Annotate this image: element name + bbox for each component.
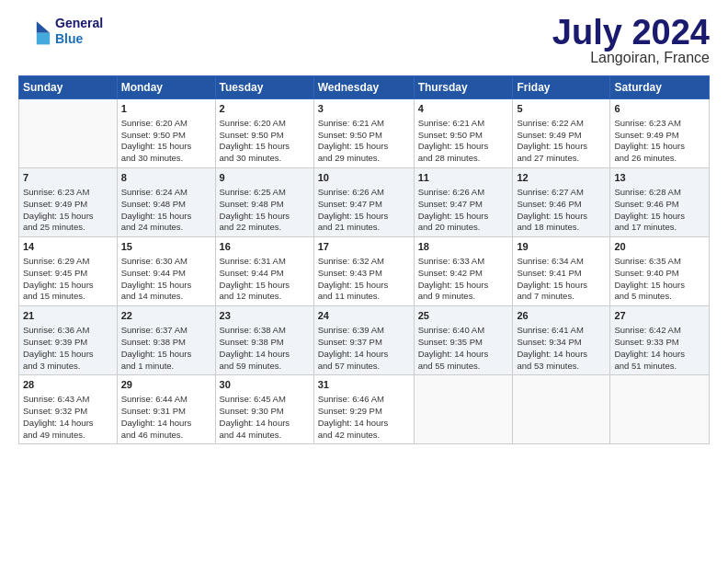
day-info-line: Sunrise: 6:23 AM — [23, 187, 113, 199]
calendar-cell: 26Sunrise: 6:41 AMSunset: 9:34 PMDayligh… — [513, 306, 610, 375]
day-info-line: Daylight: 15 hours — [614, 280, 705, 292]
day-info-line: Daylight: 15 hours — [517, 141, 606, 153]
day-info-line: and 11 minutes. — [318, 291, 410, 303]
day-info-line: and 44 minutes. — [220, 430, 310, 442]
day-info-line: and 51 minutes. — [614, 361, 705, 373]
day-info-line: Sunset: 9:38 PM — [121, 337, 211, 349]
day-info-line: Sunset: 9:46 PM — [517, 199, 606, 211]
day-number: 13 — [614, 171, 705, 185]
day-number: 4 — [418, 102, 509, 116]
day-info-line: Sunset: 9:34 PM — [517, 337, 606, 349]
weekday-header-saturday: Saturday — [610, 76, 710, 99]
day-info-line: and 25 minutes. — [23, 222, 113, 234]
day-info-line: and 18 minutes. — [517, 222, 606, 234]
day-info-line: Daylight: 14 hours — [614, 349, 705, 361]
calendar-cell: 15Sunrise: 6:30 AMSunset: 9:44 PMDayligh… — [117, 237, 215, 306]
logo-icon — [18, 15, 51, 48]
day-info-line: Sunrise: 6:20 AM — [121, 118, 211, 130]
day-info-line: Daylight: 15 hours — [318, 141, 410, 153]
day-info-line: Sunset: 9:32 PM — [23, 406, 113, 418]
calendar-cell: 20Sunrise: 6:35 AMSunset: 9:40 PMDayligh… — [610, 237, 710, 306]
day-info-line: and 53 minutes. — [517, 361, 606, 373]
day-info-line: Sunrise: 6:46 AM — [318, 394, 410, 406]
day-info-line: Sunrise: 6:24 AM — [121, 187, 211, 199]
svg-marker-0 — [37, 21, 50, 33]
weekday-header-thursday: Thursday — [414, 76, 513, 99]
svg-marker-1 — [37, 33, 50, 45]
calendar-cell: 25Sunrise: 6:40 AMSunset: 9:35 PMDayligh… — [414, 306, 513, 375]
day-info-line: and 14 minutes. — [121, 291, 211, 303]
day-number: 26 — [517, 309, 606, 323]
day-info-line: Daylight: 14 hours — [418, 349, 509, 361]
day-info-line: Daylight: 15 hours — [418, 141, 509, 153]
calendar-cell: 9Sunrise: 6:25 AMSunset: 9:48 PMDaylight… — [215, 168, 313, 237]
day-info-line: Daylight: 14 hours — [23, 418, 113, 430]
day-number: 15 — [121, 240, 211, 254]
day-info-line: Sunset: 9:48 PM — [121, 199, 211, 211]
day-info-line: Sunset: 9:29 PM — [318, 406, 410, 418]
day-info-line: Daylight: 15 hours — [220, 211, 310, 223]
day-info-line: Sunset: 9:41 PM — [517, 268, 606, 280]
day-info-line: Sunrise: 6:23 AM — [614, 118, 705, 130]
calendar-cell: 30Sunrise: 6:45 AMSunset: 9:30 PMDayligh… — [215, 375, 313, 444]
calendar-cell: 27Sunrise: 6:42 AMSunset: 9:33 PMDayligh… — [610, 306, 710, 375]
day-info-line: and 26 minutes. — [614, 153, 705, 165]
day-number: 12 — [517, 171, 606, 185]
day-info-line: Sunrise: 6:36 AM — [23, 325, 113, 337]
calendar-cell: 17Sunrise: 6:32 AMSunset: 9:43 PMDayligh… — [313, 237, 414, 306]
day-info-line: Sunset: 9:44 PM — [220, 268, 310, 280]
calendar-cell: 4Sunrise: 6:21 AMSunset: 9:50 PMDaylight… — [414, 99, 513, 168]
weekday-header-row: SundayMondayTuesdayWednesdayThursdayFrid… — [19, 76, 710, 99]
day-info-line: Sunrise: 6:21 AM — [318, 118, 410, 130]
day-info-line: and 9 minutes. — [418, 291, 509, 303]
day-info-line: Daylight: 15 hours — [121, 211, 211, 223]
calendar-cell: 8Sunrise: 6:24 AMSunset: 9:48 PMDaylight… — [117, 168, 215, 237]
day-info-line: Sunset: 9:47 PM — [418, 199, 509, 211]
day-info-line: and 7 minutes. — [517, 291, 606, 303]
day-info-line: Sunset: 9:47 PM — [318, 199, 410, 211]
day-info-line: Sunrise: 6:31 AM — [220, 256, 310, 268]
day-info-line: Sunset: 9:43 PM — [318, 268, 410, 280]
day-info-line: and 29 minutes. — [318, 153, 410, 165]
day-info-line: Daylight: 15 hours — [614, 141, 705, 153]
calendar-cell: 29Sunrise: 6:44 AMSunset: 9:31 PMDayligh… — [117, 375, 215, 444]
day-info-line: and 49 minutes. — [23, 430, 113, 442]
calendar-cell: 18Sunrise: 6:33 AMSunset: 9:42 PMDayligh… — [414, 237, 513, 306]
day-info-line: Sunset: 9:37 PM — [318, 337, 410, 349]
calendar-cell — [610, 375, 710, 444]
day-number: 20 — [614, 240, 705, 254]
day-info-line: Daylight: 15 hours — [418, 211, 509, 223]
day-info-line: and 1 minute. — [121, 361, 211, 373]
weekday-header-wednesday: Wednesday — [313, 76, 414, 99]
page: General Blue July 2024 Langoiran, France… — [0, 0, 728, 563]
calendar-row-3: 14Sunrise: 6:29 AMSunset: 9:45 PMDayligh… — [19, 237, 710, 306]
day-info-line: and 28 minutes. — [418, 153, 509, 165]
calendar-cell: 28Sunrise: 6:43 AMSunset: 9:32 PMDayligh… — [19, 375, 118, 444]
day-number: 24 — [318, 309, 410, 323]
calendar-row-5: 28Sunrise: 6:43 AMSunset: 9:32 PMDayligh… — [19, 375, 710, 444]
logo-line1: General — [55, 16, 103, 31]
weekday-header-monday: Monday — [117, 76, 215, 99]
calendar-cell: 11Sunrise: 6:26 AMSunset: 9:47 PMDayligh… — [414, 168, 513, 237]
day-info-line: and 15 minutes. — [23, 291, 113, 303]
day-info-line: Sunrise: 6:33 AM — [418, 256, 509, 268]
day-info-line: and 57 minutes. — [318, 361, 410, 373]
day-info-line: and 30 minutes. — [121, 153, 211, 165]
day-info-line: Sunset: 9:48 PM — [220, 199, 310, 211]
calendar-cell: 12Sunrise: 6:27 AMSunset: 9:46 PMDayligh… — [513, 168, 610, 237]
day-info-line: Daylight: 15 hours — [517, 211, 606, 223]
day-info-line: Sunset: 9:35 PM — [418, 337, 509, 349]
day-number: 11 — [418, 171, 509, 185]
day-info-line: Sunrise: 6:34 AM — [517, 256, 606, 268]
day-info-line: Sunrise: 6:44 AM — [121, 394, 211, 406]
day-info-line: and 55 minutes. — [418, 361, 509, 373]
main-title: July 2024 — [552, 15, 710, 50]
day-info-line: Sunrise: 6:30 AM — [121, 256, 211, 268]
day-number: 17 — [318, 240, 410, 254]
day-info-line: Sunset: 9:50 PM — [220, 130, 310, 142]
day-number: 29 — [121, 378, 211, 392]
day-info-line: and 46 minutes. — [121, 430, 211, 442]
day-info-line: Sunrise: 6:20 AM — [220, 118, 310, 130]
day-number: 19 — [517, 240, 606, 254]
calendar-cell: 23Sunrise: 6:38 AMSunset: 9:38 PMDayligh… — [215, 306, 313, 375]
